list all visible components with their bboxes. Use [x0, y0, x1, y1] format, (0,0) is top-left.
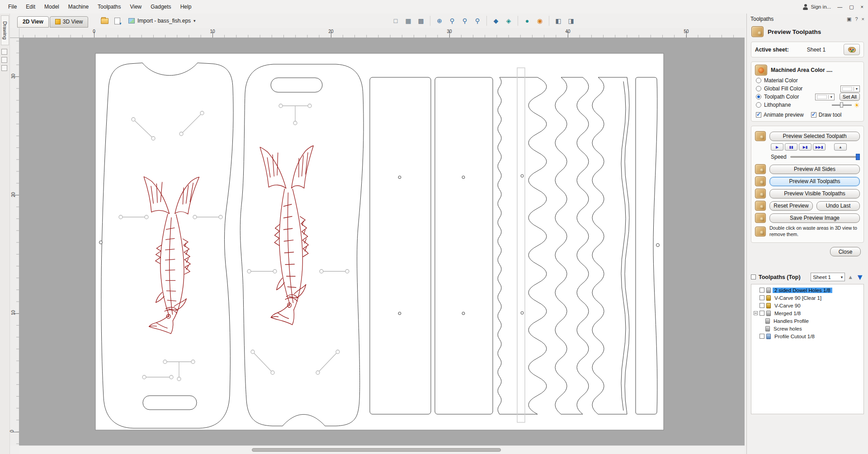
draw-vectors-icon[interactable]: ◆: [490, 15, 502, 26]
toolpath-checkbox[interactable]: [760, 303, 764, 308]
restart-button[interactable]: ▲: [834, 143, 847, 151]
speed-slider-thumb[interactable]: [856, 154, 860, 160]
preview-all-toolpaths-icon: [755, 176, 766, 186]
speed-slider[interactable]: [790, 156, 860, 158]
ruler-label: 0: [93, 29, 95, 34]
radio-global-fill-color[interactable]: [756, 86, 761, 91]
canvas-horizontal-scrollbar[interactable]: [19, 445, 745, 454]
selection-frame-icon[interactable]: □: [390, 15, 401, 26]
menu-file[interactable]: File: [4, 1, 21, 12]
open-file-button[interactable]: [99, 15, 110, 26]
board-2-handle-cutout[interactable]: [271, 78, 322, 92]
slat-2-outline[interactable]: [435, 77, 493, 414]
move-up-icon[interactable]: ▲: [848, 274, 853, 280]
pause-button[interactable]: ▮▮: [785, 143, 797, 151]
lithophane-slider[interactable]: [832, 104, 852, 106]
pin-panel-icon[interactable]: ▣: [847, 16, 851, 22]
toolpath-row-profile-cutout[interactable]: Profile Cutout 1/8: [752, 332, 863, 340]
save-preview-image-button[interactable]: Save Preview Image: [769, 213, 860, 223]
tool-database-icon[interactable]: ◉: [534, 15, 546, 26]
snap-grid-icon[interactable]: ▦: [402, 15, 414, 26]
menu-edit[interactable]: Edit: [21, 1, 40, 12]
tab-2d-view[interactable]: 2D View: [17, 16, 49, 28]
collapsed-palette-2[interactable]: [1, 57, 7, 63]
set-all-button[interactable]: Set All: [840, 93, 860, 101]
preview-visible-toolpaths-button[interactable]: Preview Visible Toolpaths: [769, 189, 860, 199]
preview-all-toolpaths-button[interactable]: Preview All Toolpaths: [769, 177, 860, 186]
split-view-right-icon[interactable]: ◨: [565, 15, 577, 26]
toolpath-checkbox[interactable]: [760, 295, 764, 300]
toolpath-label: 2 sided Dowel Holes 1/8: [773, 288, 832, 293]
reset-preview-button[interactable]: Reset Preview: [769, 201, 813, 211]
draw-tool-label: Draw tool: [819, 112, 842, 118]
toolpath-row-vcarve-clear[interactable]: V-Carve 90 [Clear 1]: [752, 294, 863, 302]
toolpath-row-vcarve[interactable]: V-Carve 90: [752, 302, 863, 309]
zoom-selection-icon[interactable]: ⚲: [472, 15, 483, 26]
toolpath-row-dowel-holes[interactable]: 2 sided Dowel Holes 1/8: [752, 286, 863, 294]
slider-thumb[interactable]: [840, 102, 843, 108]
sun-icon: ☀: [854, 102, 860, 109]
toolpath-row-screw-holes[interactable]: Screw holes: [764, 325, 863, 332]
board-1-outline[interactable]: [101, 63, 233, 428]
toolpath-row-merged[interactable]: Merged 1/8: [752, 309, 863, 317]
drawing-tab[interactable]: Drawing: [1, 15, 9, 45]
collapse-expander-icon[interactable]: [754, 311, 758, 315]
close-panel-icon[interactable]: ×: [862, 16, 864, 22]
preview-selected-toolpath-button[interactable]: Preview Selected Toolpath: [769, 132, 860, 141]
menu-model[interactable]: Model: [40, 1, 64, 12]
zoom-icon[interactable]: ⚲: [446, 15, 458, 26]
close-button[interactable]: Close: [830, 247, 861, 256]
grid-icon[interactable]: ▩: [415, 15, 427, 26]
ruler-label: 20: [11, 192, 16, 197]
global-fill-color-swatch[interactable]: ▾: [840, 85, 860, 92]
export-button[interactable]: [111, 15, 123, 26]
step-button[interactable]: ▶▮: [799, 143, 811, 151]
animate-preview-checkbox[interactable]: [756, 112, 761, 118]
import-dropdown[interactable]: Import - bass_fish.eps ▾: [128, 18, 196, 24]
close-window-button[interactable]: ×: [861, 4, 863, 10]
collapsed-palette-3[interactable]: [1, 65, 7, 71]
design-canvas[interactable]: [19, 38, 745, 445]
help-icon[interactable]: ?: [855, 16, 858, 22]
toolpath-checkbox[interactable]: [760, 311, 764, 316]
slat-1-outline[interactable]: [370, 77, 431, 414]
toolpath-list[interactable]: 2 sided Dowel Holes 1/8 V-Carve 90 [Clea…: [751, 284, 864, 414]
drill-toolpath-icon: [766, 288, 771, 293]
sign-in-button[interactable]: Sign in...: [802, 4, 831, 10]
layers-icon[interactable]: ◈: [503, 15, 514, 26]
tab-3d-view[interactable]: 3D View: [50, 16, 88, 28]
toolpath-checkbox[interactable]: [760, 288, 764, 293]
toolpath-checkbox[interactable]: [760, 334, 764, 339]
sheet-color-button[interactable]: [844, 44, 860, 55]
chevron-down-icon: ▾: [828, 95, 834, 99]
menu-toolpaths[interactable]: Toolpaths: [93, 1, 125, 12]
run-to-end-button[interactable]: ▶▶▮: [813, 143, 826, 151]
collapsed-palette-1[interactable]: [1, 49, 7, 55]
material-sphere-icon[interactable]: ●: [521, 15, 533, 26]
radio-material-color[interactable]: [756, 78, 761, 83]
minimize-button[interactable]: —: [837, 4, 842, 10]
menu-gadgets[interactable]: Gadgets: [146, 1, 175, 12]
menu-view[interactable]: View: [125, 1, 146, 12]
sheet-select[interactable]: Sheet 1 ▾: [811, 273, 845, 281]
toolpath-row-handles-profile[interactable]: Handles Profile: [764, 317, 863, 325]
preview-all-sides-button[interactable]: Preview All Sides: [769, 165, 860, 174]
undo-last-button[interactable]: Undo Last: [816, 201, 860, 211]
radio-toolpath-color[interactable]: [756, 94, 761, 99]
menu-machine[interactable]: Machine: [64, 1, 93, 12]
draw-tool-checkbox[interactable]: [811, 112, 816, 118]
scrollbar-thumb[interactable]: [252, 448, 501, 452]
color-swatch: [842, 87, 852, 91]
split-view-left-icon[interactable]: ◧: [552, 15, 564, 26]
radio-lithophane[interactable]: [756, 102, 761, 108]
toolpath-color-swatch[interactable]: ▾: [815, 94, 835, 100]
menu-help[interactable]: Help: [176, 1, 196, 12]
play-button[interactable]: ▶: [771, 143, 783, 151]
pan-icon[interactable]: ⊕: [434, 15, 445, 26]
board-1-handle-cutout[interactable]: [143, 396, 197, 410]
zoom-window-icon[interactable]: ⚲: [459, 15, 471, 26]
toolpaths-top-checkbox[interactable]: [751, 274, 756, 279]
move-down-icon[interactable]: ▼: [856, 273, 864, 281]
toolpaths-list-title: Toolpaths (Top): [759, 274, 801, 280]
maximize-button[interactable]: ▢: [849, 4, 854, 10]
